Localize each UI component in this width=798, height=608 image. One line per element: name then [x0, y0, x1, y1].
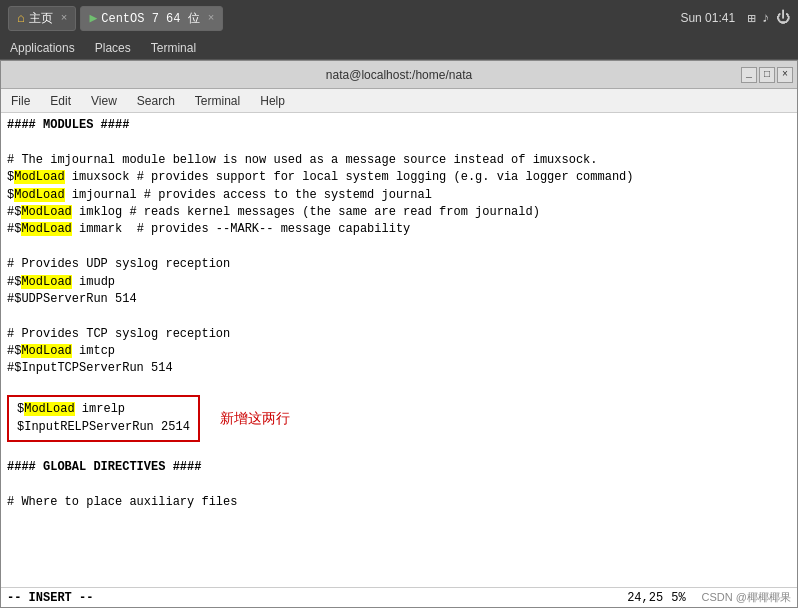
menu-search[interactable]: Search — [131, 92, 181, 110]
highlight-modload-6: ModLoad — [21, 344, 71, 358]
menu-help[interactable]: Help — [254, 92, 291, 110]
line-modules-header: #### MODULES #### — [7, 117, 791, 134]
maximize-button[interactable]: □ — [759, 67, 775, 83]
highlight-modload-3: ModLoad — [21, 205, 71, 219]
home-tab-close[interactable]: × — [61, 12, 68, 24]
line-udprun: #$UDPServerRun 514 — [7, 291, 791, 308]
new-lines-box: $ModLoad imrelp $InputRELPServerRun 2514 — [7, 395, 200, 442]
highlight-modload-4: ModLoad — [21, 222, 71, 236]
minimize-button[interactable]: _ — [741, 67, 757, 83]
highlight-modload-5: ModLoad — [21, 275, 71, 289]
appbar-terminal[interactable]: Terminal — [147, 39, 200, 57]
line-blank-5 — [7, 442, 791, 459]
watermark: CSDN @椰椰椰果 — [702, 590, 791, 605]
line-udp-comment: # Provides UDP syslog reception — [7, 256, 791, 273]
line-blank-2 — [7, 239, 791, 256]
highlight-modload-1: ModLoad — [14, 170, 64, 184]
terminal-title: nata@localhost:/home/nata — [326, 68, 472, 82]
status-percent: 5% — [671, 591, 685, 605]
line-imklog: #$ModLoad imklog # reads kernel messages… — [7, 204, 791, 221]
menu-file[interactable]: File — [5, 92, 36, 110]
line-blank-3 — [7, 308, 791, 325]
close-button[interactable]: × — [777, 67, 793, 83]
appbar-applications[interactable]: Applications — [6, 39, 79, 57]
highlight-modload-7: ModLoad — [24, 402, 74, 416]
terminal-tab-icon: ▶ — [89, 10, 97, 26]
line-imtcp: #$ModLoad imtcp — [7, 343, 791, 360]
menu-edit[interactable]: Edit — [44, 92, 77, 110]
menu-terminal[interactable]: Terminal — [189, 92, 246, 110]
terminal-tab[interactable]: ▶ CentOS 7 64 位 × — [80, 6, 223, 31]
menu-view[interactable]: View — [85, 92, 123, 110]
new-lines-section: $ModLoad imrelp $InputRELPServerRun 2514… — [7, 395, 791, 442]
annotation-new-lines: 新增这两行 — [220, 408, 290, 428]
line-imjournal: $ModLoad imjournal # provides access to … — [7, 187, 791, 204]
taskbar-time: Sun 01:41 — [680, 11, 735, 25]
app-menubar: Applications Places Terminal — [0, 36, 798, 60]
taskbar-system-icons: ⊞ ♪ ⏻ — [747, 10, 790, 27]
line-immark: #$ModLoad immark # provides --MARK-- mes… — [7, 221, 791, 238]
line-tcp-comment: # Provides TCP syslog reception — [7, 326, 791, 343]
line-relp-serverrun: $InputRELPServerRun 2514 — [17, 419, 190, 436]
terminal-menubar: File Edit View Search Terminal Help — [1, 89, 797, 113]
terminal-window: nata@localhost:/home/nata _ □ × File Edi… — [0, 60, 798, 608]
terminal-titlebar: nata@localhost:/home/nata _ □ × — [1, 61, 797, 89]
volume-icon: ♪ — [762, 10, 770, 26]
appbar-places[interactable]: Places — [91, 39, 135, 57]
terminal-content[interactable]: #### MODULES #### # The imjournal module… — [1, 113, 797, 587]
line-imudp: #$ModLoad imudp — [7, 274, 791, 291]
cursor-position: 24,25 — [627, 591, 663, 605]
terminal-tab-close[interactable]: × — [208, 12, 215, 24]
status-bar: -- INSERT -- 24,25 5% CSDN @椰椰椰果 — [1, 587, 797, 607]
line-blank-1 — [7, 134, 791, 151]
home-icon: ⌂ — [17, 11, 25, 26]
line-where-comment: # Where to place auxiliary files — [7, 494, 791, 511]
network-icon: ⊞ — [747, 10, 755, 27]
line-imuxsock: $ModLoad imuxsock # provides support for… — [7, 169, 791, 186]
highlight-modload-2: ModLoad — [14, 188, 64, 202]
window-controls: _ □ × — [741, 67, 793, 83]
home-tab[interactable]: ⌂ 主页 × — [8, 6, 76, 31]
taskbar: ⌂ 主页 × ▶ CentOS 7 64 位 × Sun 01:41 ⊞ ♪ ⏻ — [0, 0, 798, 36]
terminal-tab-label: CentOS 7 64 位 — [101, 10, 199, 27]
home-tab-label: 主页 — [29, 10, 53, 27]
line-blank-6 — [7, 477, 791, 494]
vim-mode: -- INSERT -- — [7, 591, 93, 605]
line-comment-imjournal: # The imjournal module bellow is now use… — [7, 152, 791, 169]
line-blank-4 — [7, 378, 791, 395]
line-imrelp: $ModLoad imrelp — [17, 401, 190, 418]
line-global-header: #### GLOBAL DIRECTIVES #### — [7, 459, 791, 476]
line-tcprun: #$InputTCPServerRun 514 — [7, 360, 791, 377]
power-icon: ⏻ — [776, 10, 790, 26]
